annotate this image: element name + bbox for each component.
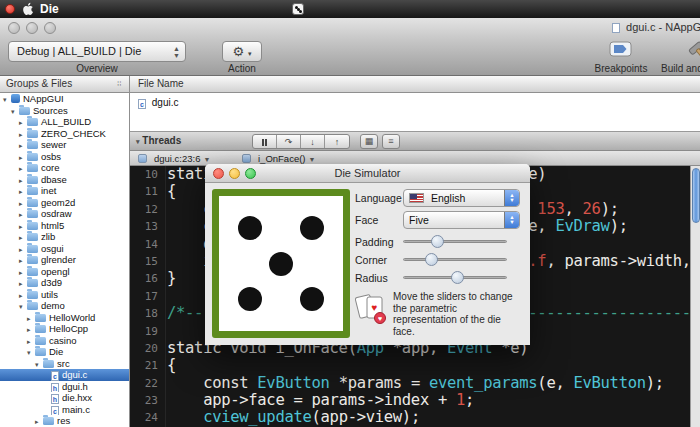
sidebar-item-core[interactable]: ▸core bbox=[0, 162, 129, 174]
sidebar-item-src[interactable]: ▾src bbox=[0, 358, 129, 370]
disclosure-closed-icon[interactable]: ▸ bbox=[19, 152, 27, 163]
corner-slider[interactable] bbox=[403, 258, 507, 261]
disclosure-closed-icon[interactable]: ▸ bbox=[19, 290, 27, 301]
disclosure-closed-icon[interactable]: ▸ bbox=[19, 129, 27, 140]
bookmark-icon[interactable] bbox=[138, 154, 147, 163]
sidebar-item-helloworld[interactable]: ▸HelloWorld bbox=[0, 312, 129, 324]
line-number[interactable]: 16 bbox=[130, 270, 165, 287]
minimize-button[interactable] bbox=[26, 22, 38, 34]
action-gear-button[interactable]: ⚙ ▾ bbox=[222, 41, 262, 62]
close-button[interactable] bbox=[8, 22, 20, 34]
sidebar-item-html5[interactable]: ▸html5 bbox=[0, 220, 129, 232]
line-number[interactable]: 13 bbox=[130, 218, 165, 235]
sidebar-header-grip[interactable]: ⁞⁞ bbox=[117, 80, 125, 88]
line-number[interactable]: 22 bbox=[130, 375, 165, 392]
face-popup[interactable]: Five ▲▼ bbox=[403, 211, 520, 229]
zoom-button[interactable] bbox=[245, 168, 256, 179]
disclosure-closed-icon[interactable]: ▸ bbox=[19, 140, 27, 151]
sidebar-item-osdraw[interactable]: ▸osdraw bbox=[0, 208, 129, 220]
die-menu-icon[interactable] bbox=[292, 3, 304, 15]
sidebar-item-zlib[interactable]: ▸zlib bbox=[0, 231, 129, 243]
disclosure-open-icon[interactable]: ▾ bbox=[27, 347, 35, 358]
file-list-row[interactable]: c dgui.c bbox=[130, 93, 700, 112]
app-menu-die[interactable]: Die bbox=[40, 2, 59, 16]
sidebar-item-all_build[interactable]: ▸ALL_BUILD bbox=[0, 116, 129, 128]
sidebar-item-sources[interactable]: ▾Sources bbox=[0, 105, 129, 117]
disclosure-closed-icon[interactable]: ▸ bbox=[19, 186, 27, 197]
sidebar-item-geom2d[interactable]: ▸geom2d bbox=[0, 197, 129, 209]
disclosure-closed-icon[interactable]: ▸ bbox=[19, 221, 27, 232]
close-button[interactable] bbox=[213, 168, 224, 179]
record-indicator-icon[interactable] bbox=[5, 4, 15, 14]
line-number[interactable]: 23 bbox=[130, 392, 165, 409]
disclosure-open-icon[interactable]: ▾ bbox=[11, 106, 19, 117]
line-number[interactable]: 20 bbox=[130, 340, 165, 357]
file-location-popup[interactable]: dgui.c:23:6▼ bbox=[154, 152, 210, 166]
sidebar-item-dgui.c[interactable]: cdgui.c bbox=[0, 369, 129, 381]
line-number-gutter[interactable]: 10111213141516171819202122232425 bbox=[130, 166, 166, 427]
language-popup[interactable]: English ▲▼ bbox=[403, 189, 520, 207]
disclosure-closed-icon[interactable]: ▸ bbox=[19, 163, 27, 174]
disclosure-open-icon[interactable]: ▾ bbox=[35, 359, 43, 370]
sidebar-item-casino[interactable]: ▸casino bbox=[0, 335, 129, 347]
step-over-button[interactable]: ↷ bbox=[277, 135, 301, 148]
sidebar-item-osbs[interactable]: ▸osbs bbox=[0, 151, 129, 163]
minimize-button[interactable] bbox=[229, 168, 240, 179]
pause-button[interactable] bbox=[253, 135, 277, 148]
disclosure-closed-icon[interactable]: ▸ bbox=[19, 244, 27, 255]
sidebar-item-main.c[interactable]: cmain.c bbox=[0, 404, 129, 416]
sidebar-item-dgui.h[interactable]: hdgui.h bbox=[0, 381, 129, 393]
editor-scrollbar[interactable] bbox=[690, 166, 700, 427]
scrollbar-thumb[interactable] bbox=[692, 168, 700, 223]
sidebar-item-d3d9[interactable]: ▸d3d9 bbox=[0, 277, 129, 289]
sidebar-item-res[interactable]: ▸res bbox=[0, 415, 129, 427]
disclosure-closed-icon[interactable]: ▸ bbox=[19, 209, 27, 220]
disclosure-open-icon[interactable]: ▾ bbox=[136, 138, 140, 145]
zoom-button[interactable] bbox=[44, 22, 56, 34]
radius-slider-thumb[interactable] bbox=[451, 271, 464, 284]
disclosure-closed-icon[interactable]: ▸ bbox=[19, 232, 27, 243]
disclosure-closed-icon[interactable]: ▸ bbox=[27, 336, 35, 347]
line-number[interactable]: 11 bbox=[130, 183, 165, 200]
sidebar-item-dbase[interactable]: ▸dbase bbox=[0, 174, 129, 186]
disclosure-closed-icon[interactable]: ▸ bbox=[19, 267, 27, 278]
sidebar-item-opengl[interactable]: ▸opengl bbox=[0, 266, 129, 278]
overview-popup[interactable]: Debug | ALL_BUILD | Die ▲▼ bbox=[8, 41, 186, 62]
disclosure-closed-icon[interactable]: ▸ bbox=[27, 313, 35, 324]
sidebar-item-osgui[interactable]: ▸osgui bbox=[0, 243, 129, 255]
disclosure-closed-icon[interactable]: ▸ bbox=[19, 198, 27, 209]
line-number[interactable]: 18 bbox=[130, 305, 165, 322]
corner-slider-thumb[interactable] bbox=[425, 253, 438, 266]
sidebar-item-sewer[interactable]: ▸sewer bbox=[0, 139, 129, 151]
breakpoints-button[interactable]: Breakpoints bbox=[586, 39, 656, 75]
sidebar-item-die.hxx[interactable]: hdie.hxx bbox=[0, 392, 129, 404]
debug-option-button-2[interactable]: ≡ bbox=[382, 134, 400, 149]
step-out-button[interactable]: ↑ bbox=[325, 135, 349, 148]
disclosure-closed-icon[interactable]: ▸ bbox=[19, 175, 27, 186]
dialog-title-bar[interactable]: Die Simulator bbox=[205, 164, 530, 183]
line-number[interactable]: 24 bbox=[130, 409, 165, 426]
line-number[interactable]: 12 bbox=[130, 201, 165, 218]
disclosure-closed-icon[interactable]: ▸ bbox=[19, 278, 27, 289]
debug-option-button-1[interactable]: ▦ bbox=[360, 134, 378, 149]
line-number[interactable]: 15 bbox=[130, 253, 165, 270]
disclosure-closed-icon[interactable]: ▸ bbox=[19, 117, 27, 128]
disclosure-closed-icon[interactable]: ▸ bbox=[35, 416, 43, 427]
sidebar-item-glrender[interactable]: ▸glrender bbox=[0, 254, 129, 266]
sidebar-item-zero_check[interactable]: ▸ZERO_CHECK bbox=[0, 128, 129, 140]
padding-slider-thumb[interactable] bbox=[431, 235, 444, 248]
disclosure-open-icon[interactable]: ▾ bbox=[19, 301, 27, 312]
sidebar-item-demo[interactable]: ▾demo bbox=[0, 300, 129, 312]
line-number[interactable]: 19 bbox=[130, 323, 165, 340]
line-number[interactable]: 10 bbox=[130, 166, 165, 183]
sidebar-item-hellocpp[interactable]: ▸HelloCpp bbox=[0, 323, 129, 335]
radius-slider[interactable] bbox=[403, 276, 507, 279]
sidebar-item-inet[interactable]: ▸inet bbox=[0, 185, 129, 197]
build-and-debug-button[interactable]: Build and Debug bbox=[656, 39, 700, 75]
line-number[interactable]: 14 bbox=[130, 236, 165, 253]
step-into-button[interactable]: ↓ bbox=[301, 135, 325, 148]
disclosure-closed-icon[interactable]: ▸ bbox=[19, 255, 27, 266]
line-number[interactable]: 17 bbox=[130, 288, 165, 305]
sidebar-item-die[interactable]: ▾Die bbox=[0, 346, 129, 358]
sidebar-item-utils[interactable]: ▸utils bbox=[0, 289, 129, 301]
